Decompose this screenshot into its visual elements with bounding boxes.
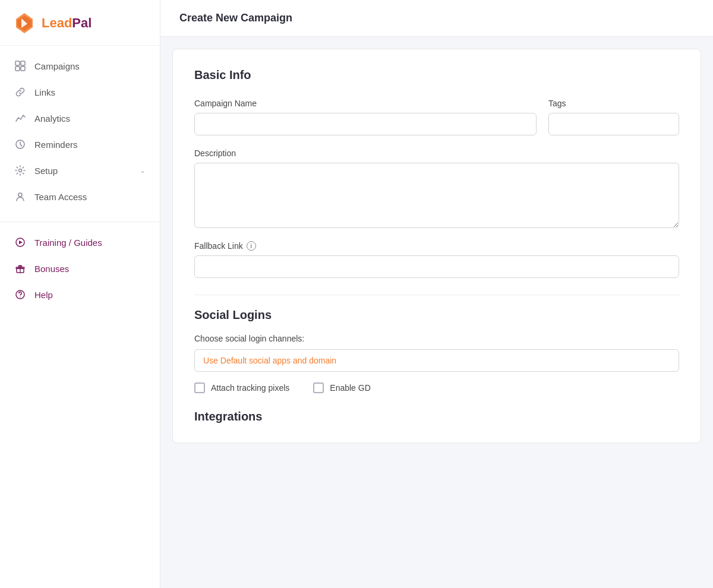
sidebar-item-analytics-label: Analytics — [34, 113, 146, 124]
clock-icon — [14, 138, 26, 150]
svg-rect-2 — [15, 61, 20, 65]
primary-nav: Campaigns Links Analytics — [0, 46, 160, 217]
sidebar-item-campaigns-label: Campaigns — [34, 61, 146, 71]
description-group: Description — [194, 148, 679, 228]
logo-area: LeadPal — [0, 0, 160, 46]
fallback-link-label: Fallback Link i — [194, 241, 679, 251]
svg-point-8 — [18, 193, 22, 197]
tags-label: Tags — [548, 99, 679, 108]
sidebar-item-links-label: Links — [34, 87, 146, 97]
enable-gdpr-label: Enable GD — [330, 383, 370, 393]
fallback-link-input[interactable] — [194, 255, 679, 278]
campaign-name-group: Campaign Name — [194, 99, 537, 135]
svg-rect-3 — [21, 61, 25, 65]
campaign-name-label: Campaign Name — [194, 99, 537, 108]
sidebar-item-training-guides[interactable]: Training / Guides — [0, 229, 160, 255]
person-icon — [14, 191, 26, 203]
description-label: Description — [194, 148, 679, 158]
fallback-link-group: Fallback Link i — [194, 241, 679, 278]
fallback-link-info-icon[interactable]: i — [247, 241, 256, 251]
sidebar-item-team-access[interactable]: Team Access — [0, 184, 160, 210]
page-title: Create New Campaign — [179, 12, 694, 24]
svg-marker-10 — [19, 241, 23, 244]
campaign-name-row: Campaign Name Tags — [194, 99, 679, 135]
enable-gdpr-checkbox[interactable] — [313, 382, 324, 393]
nav-divider — [0, 222, 160, 222]
campaign-name-input[interactable] — [194, 113, 537, 135]
sidebar-item-bonuses[interactable]: Bonuses — [0, 255, 160, 282]
form-card: Basic Info Campaign Name Tags Descriptio… — [172, 49, 701, 443]
svg-point-14 — [20, 296, 20, 297]
analytics-icon — [14, 112, 26, 124]
sidebar-item-team-access-label: Team Access — [34, 192, 146, 202]
sidebar-item-setup[interactable]: Setup ⌄ — [0, 157, 160, 184]
integrations-title: Integrations — [194, 410, 679, 423]
checkbox-row: Attach tracking pixels Enable GD — [194, 382, 679, 393]
basic-info-title: Basic Info — [194, 68, 679, 82]
tags-group: Tags — [548, 99, 679, 135]
social-channels-label: Choose social login channels: — [194, 334, 679, 343]
svg-rect-5 — [21, 67, 25, 71]
help-circle-icon — [14, 289, 26, 301]
svg-point-7 — [19, 169, 22, 172]
sidebar-item-setup-label: Setup — [34, 166, 140, 176]
social-logins-title: Social Logins — [194, 308, 679, 322]
svg-rect-4 — [15, 67, 20, 71]
sidebar-item-help-label: Help — [34, 290, 53, 300]
logo-icon — [12, 11, 37, 36]
section-divider — [194, 295, 679, 295]
page-header: Create New Campaign — [160, 0, 713, 37]
play-circle-icon — [14, 236, 26, 248]
sidebar: LeadPal Campaigns Links — [0, 0, 160, 588]
attach-pixels-checkbox-item[interactable]: Attach tracking pixels — [194, 382, 289, 393]
link-icon — [14, 86, 26, 98]
logo-text: LeadPal — [42, 15, 92, 31]
grid-icon — [14, 60, 26, 72]
tags-input[interactable] — [548, 113, 679, 135]
main-content: Create New Campaign Basic Info Campaign … — [160, 0, 713, 588]
social-channels-select[interactable]: Use Default social apps and domain — [194, 349, 679, 372]
sidebar-item-training-guides-label: Training / Guides — [34, 238, 102, 248]
description-textarea[interactable] — [194, 163, 679, 228]
sidebar-item-reminders-label: Reminders — [34, 140, 146, 150]
social-channels-group: Choose social login channels: Use Defaul… — [194, 334, 679, 372]
sidebar-item-analytics[interactable]: Analytics — [0, 105, 160, 131]
sidebar-item-help[interactable]: Help — [0, 282, 160, 308]
gear-icon — [14, 165, 26, 176]
chevron-down-icon: ⌄ — [140, 166, 146, 175]
gift-icon — [14, 263, 26, 274]
sidebar-item-campaigns[interactable]: Campaigns — [0, 53, 160, 79]
sidebar-item-links[interactable]: Links — [0, 79, 160, 105]
sidebar-item-bonuses-label: Bonuses — [34, 264, 69, 274]
sidebar-item-reminders[interactable]: Reminders — [0, 131, 160, 157]
attach-pixels-checkbox[interactable] — [194, 382, 205, 393]
attach-pixels-label: Attach tracking pixels — [211, 383, 289, 393]
enable-gdpr-checkbox-item[interactable]: Enable GD — [313, 382, 370, 393]
secondary-nav: Training / Guides Bonuses Help — [0, 227, 160, 310]
